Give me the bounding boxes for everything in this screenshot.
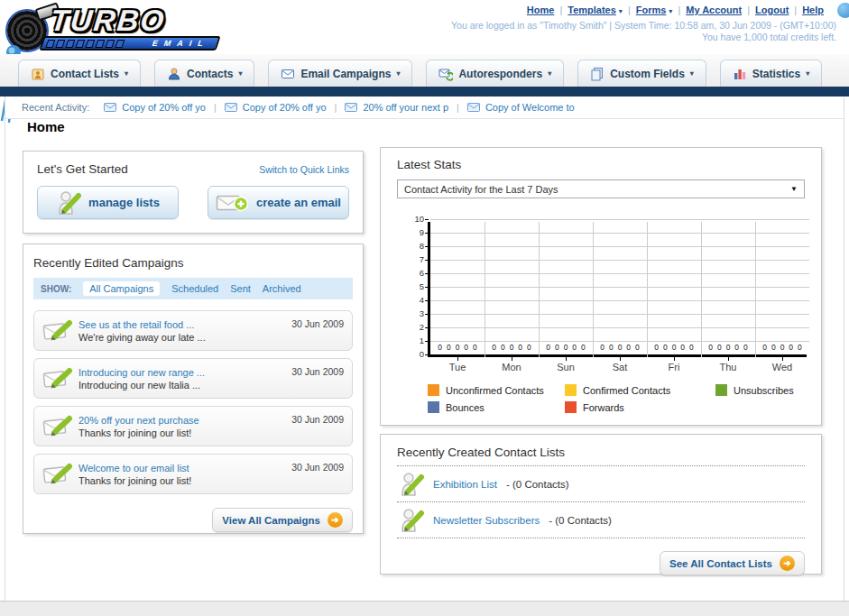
chart-y-label: 2 xyxy=(420,322,424,332)
campaign-list-item[interactable]: Welcome to our email listThanks for join… xyxy=(33,454,353,494)
autoresponders-icon xyxy=(438,67,453,81)
nav-link-my-account[interactable]: My Account xyxy=(686,5,742,15)
legend-item: Unconfirmed Contacts xyxy=(428,384,565,396)
campaign-list-item[interactable]: Introducing our new range ...Introducing… xyxy=(33,358,353,399)
filter-sent[interactable]: Sent xyxy=(230,283,251,294)
legend-swatch-icon xyxy=(428,401,439,413)
chart-x-tick xyxy=(674,357,675,361)
campaign-title-link[interactable]: See us at the retail food ... xyxy=(78,318,291,331)
recent-activity-link[interactable]: Copy of 20% off yo xyxy=(243,102,327,113)
switch-quick-links-link[interactable]: Switch to Quick Links xyxy=(259,164,349,175)
navy-divider-bar xyxy=(0,87,849,97)
filter-all-campaigns[interactable]: All Campaigns xyxy=(83,281,160,296)
top-nav: Home|Templates▾|Forms▾|My Account|Logout… xyxy=(527,5,824,15)
chart-gridline xyxy=(430,246,809,247)
chart-y-tick xyxy=(425,300,429,301)
chevron-down-icon: ▾ xyxy=(806,69,809,78)
tab-contacts[interactable]: Contacts▾ xyxy=(154,60,254,87)
contact-lists-title: Recently Created Contact Lists xyxy=(397,446,565,459)
chart-x-label: Fri xyxy=(669,362,680,372)
latest-stats-title: Latest Stats xyxy=(397,158,461,171)
filter-archived[interactable]: Archived xyxy=(263,283,301,294)
orange-arrow-icon: ➔ xyxy=(328,512,343,528)
view-all-campaigns-button[interactable]: View All Campaigns ➔ xyxy=(212,508,353,532)
contact-list-name-link[interactable]: Newsletter Subscribers xyxy=(433,515,540,526)
recent-activity-link[interactable]: Copy of 20% off yo xyxy=(122,102,206,113)
chart-y-label: 1 xyxy=(420,336,424,345)
recent-campaigns-title: Recently Edited Campaigns xyxy=(33,256,184,270)
chart-value-labels: 00000 xyxy=(430,343,484,352)
chart-x-label: Mon xyxy=(502,362,521,372)
nav-link-logout[interactable]: Logout xyxy=(755,5,789,15)
tab-label: Custom Fields xyxy=(610,68,685,80)
legend-item: Unsubscribes xyxy=(715,384,794,396)
recent-activity-link[interactable]: 20% off your next p xyxy=(363,102,448,113)
legend-label: Unsubscribes xyxy=(734,385,794,396)
recent-activity-item[interactable]: Copy of 20% off yo xyxy=(225,102,327,113)
campaign-date: 30 Jun 2009 xyxy=(291,318,344,329)
chart-value-labels: 00000 xyxy=(701,343,755,352)
stats-period-select[interactable]: Contact Activity for the Last 7 Days ▼ xyxy=(397,179,805,198)
campaign-title-link[interactable]: 20% off your next purchase xyxy=(78,414,291,427)
nav-link-home[interactable]: Home xyxy=(527,5,555,15)
campaign-envelope-icon xyxy=(42,461,73,485)
campaign-date: 30 Jun 2009 xyxy=(291,366,344,377)
campaign-title-link[interactable]: Introducing our new range ... xyxy=(78,366,291,379)
logo-subtitle: EMAIL xyxy=(151,39,210,48)
nav-separator: | xyxy=(559,5,562,15)
contact-list-name-link[interactable]: Exhibition List xyxy=(433,479,497,490)
nav-separator: | xyxy=(628,5,631,15)
tab-email-campaigns[interactable]: Email Campaigns▾ xyxy=(268,60,412,87)
logo-stripe xyxy=(96,40,106,48)
nav-link-forms[interactable]: Forms xyxy=(636,5,667,15)
recent-activity-item[interactable]: Copy of 20% off yo xyxy=(104,102,206,113)
recent-activity-link[interactable]: Copy of Welcome to xyxy=(485,102,575,113)
person-pencil-icon xyxy=(399,471,424,497)
campaign-text: Welcome to our email listThanks for join… xyxy=(78,462,291,487)
chart-gridline xyxy=(430,273,809,274)
contact-list-item[interactable]: Newsletter Subscribers- (0 Contacts) xyxy=(397,502,805,538)
logo-title: TURBO xyxy=(49,4,167,38)
campaign-envelope-icon xyxy=(42,317,78,344)
get-started-panel: Let's Get Started Switch to Quick Links … xyxy=(23,151,364,234)
contact-list-item[interactable]: Exhibition List- (0 Contacts) xyxy=(397,466,805,502)
legend-swatch-icon xyxy=(565,401,577,413)
chart-x-tick xyxy=(566,357,567,361)
campaign-list-item[interactable]: See us at the retail food ...We're givin… xyxy=(33,310,353,351)
login-status: You are logged in as "Timothy Smith" | S… xyxy=(451,20,836,31)
campaign-title-link[interactable]: Welcome to our email list xyxy=(78,462,291,474)
chart-y-tick xyxy=(425,273,429,274)
create-an-email-button[interactable]: create an email xyxy=(208,186,349,219)
main-tabbar: Contact Lists▾Contacts▾Email Campaigns▾A… xyxy=(0,54,849,87)
logo-stripe xyxy=(66,40,76,48)
contact-list-count: - (0 Contacts) xyxy=(549,515,612,526)
show-label: SHOW: xyxy=(41,284,71,294)
main-tabs: Contact Lists▾Contacts▾Email Campaigns▾A… xyxy=(18,60,822,87)
tab-label: Statistics xyxy=(752,68,800,80)
recent-activity-item[interactable]: Copy of Welcome to xyxy=(467,102,575,113)
campaign-list-item[interactable]: 20% off your next purchaseThanks for joi… xyxy=(33,406,353,446)
legend-swatch-icon xyxy=(565,384,577,396)
see-all-contact-lists-button[interactable]: See All Contact Lists ➔ xyxy=(660,551,805,575)
person-pencil-icon xyxy=(56,189,81,216)
recent-activity-item[interactable]: 20% off your next p xyxy=(345,102,448,113)
campaign-subtitle: Thanks for joining our list! xyxy=(78,474,291,487)
contacts-icon xyxy=(167,67,181,81)
tab-custom-fields[interactable]: Custom Fields▾ xyxy=(577,60,706,87)
chart-x-tick xyxy=(457,357,458,361)
custom-fields-icon xyxy=(590,67,604,81)
tab-autoresponders[interactable]: Autoresponders▾ xyxy=(426,60,564,87)
chart-plot-area: 0123456789100000000000000000000000000000… xyxy=(428,222,807,357)
nav-link-help[interactable]: Help xyxy=(802,5,824,15)
tab-contact-lists[interactable]: Contact Lists▾ xyxy=(18,60,141,87)
manage-lists-button[interactable]: manage lists xyxy=(37,186,179,219)
nav-link-templates[interactable]: Templates xyxy=(568,5,616,15)
campaign-envelope-icon xyxy=(42,461,78,487)
legend-row: BouncesForwards xyxy=(428,401,805,413)
chart-gridline xyxy=(430,341,809,342)
chart-y-label: 3 xyxy=(420,308,424,318)
tab-statistics[interactable]: Statistics▾ xyxy=(720,60,822,87)
chart-x-label: Tue xyxy=(449,362,466,372)
filter-scheduled[interactable]: Scheduled xyxy=(171,283,218,294)
chart-y-label: 10 xyxy=(414,214,424,224)
